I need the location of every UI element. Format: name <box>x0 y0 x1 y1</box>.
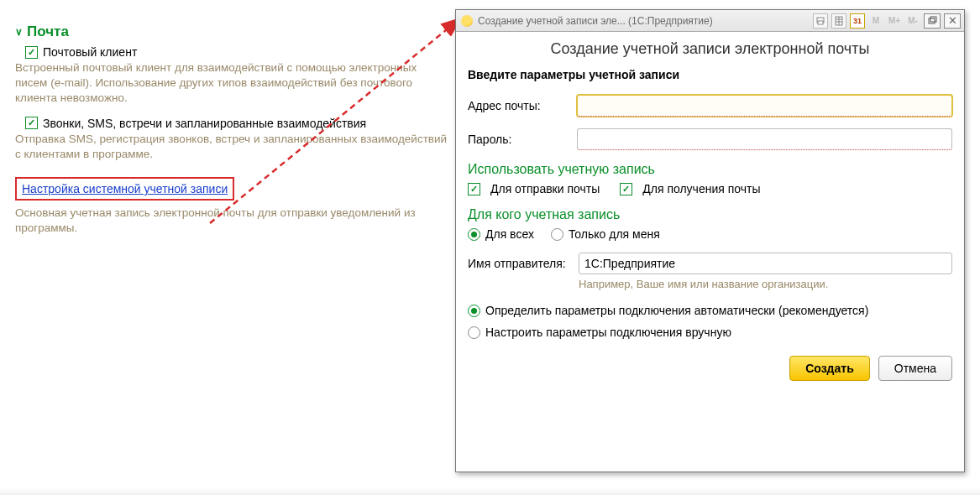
radio-label: Только для меня <box>569 227 660 241</box>
radio-icon <box>468 326 480 339</box>
calculator-icon[interactable] <box>831 13 846 29</box>
create-email-account-dialog: Создание учетной записи эле... (1С:Предп… <box>455 9 965 472</box>
checkbox-receive-mail[interactable]: ✓ Для получения почты <box>620 182 760 195</box>
checkbox-label: Для отправки почты <box>490 182 600 195</box>
radio-auto-params[interactable]: Определить параметры подключения автомат… <box>468 304 952 317</box>
password-input[interactable] <box>577 128 952 150</box>
svg-rect-9 <box>930 17 936 22</box>
m-icon[interactable]: M <box>868 13 883 29</box>
checkmark-icon: ✓ <box>25 117 38 129</box>
checkbox-label: Почтовый клиент <box>43 45 137 59</box>
calls-description: Отправка SMS, регистрация звонков, встре… <box>15 132 452 162</box>
m-minus-icon[interactable]: M- <box>905 13 920 29</box>
whom-header: Для кого учетная запись <box>468 207 952 222</box>
section-header-mail[interactable]: ∨ Почта <box>15 23 452 40</box>
cancel-button[interactable]: Отмена <box>878 356 952 381</box>
titlebar-text: Создание учетной записи эле... (1С:Предп… <box>478 15 808 27</box>
calendar-icon[interactable]: 31 <box>850 13 865 29</box>
dialog-subtitle: Введите параметры учетной записи <box>468 68 952 81</box>
email-label: Адрес почты: <box>468 99 577 112</box>
svg-rect-8 <box>929 18 935 23</box>
close-icon[interactable]: ✕ <box>944 13 961 29</box>
checkbox-label: Звонки, SMS, встречи и запланированные в… <box>43 117 366 130</box>
system-account-link-highlight: Настройка системной учетной записи <box>15 177 234 201</box>
checkmark-icon: ✓ <box>25 46 38 59</box>
password-label: Пароль: <box>468 133 577 146</box>
section-title: Почта <box>27 23 69 40</box>
dialog-titlebar: Создание учетной записи эле... (1С:Предп… <box>456 10 964 32</box>
sender-name-input[interactable] <box>579 253 952 274</box>
radio-label: Для всех <box>485 227 534 241</box>
mail-settings-panel: ∨ Почта ✓ Почтовый клиент Встроенный поч… <box>15 23 452 237</box>
print-icon[interactable] <box>813 13 828 29</box>
mail-client-description: Встроенный почтовый клиент для взаимодей… <box>15 60 452 107</box>
svg-rect-3 <box>818 21 823 24</box>
dialog-title: Создание учетной записи электронной почт… <box>468 40 952 58</box>
link-description: Основная учетная запись электронной почт… <box>15 206 452 236</box>
radio-icon <box>468 228 480 241</box>
checkbox-label: Для получения почты <box>642 182 760 195</box>
radio-label: Определить параметры подключения автомат… <box>485 304 868 317</box>
chevron-down-icon: ∨ <box>15 26 23 38</box>
checkbox-calls-sms[interactable]: ✓ Звонки, SMS, встречи и запланированные… <box>25 117 452 130</box>
sender-hint: Например, Ваше имя или название организа… <box>579 278 952 290</box>
restore-icon[interactable] <box>924 13 941 29</box>
radio-only-me[interactable]: Только для меня <box>551 227 660 241</box>
use-account-header: Использовать учетную запись <box>468 162 952 177</box>
checkmark-icon: ✓ <box>620 183 632 195</box>
checkbox-send-mail[interactable]: ✓ Для отправки почты <box>468 182 600 195</box>
app-icon <box>461 15 473 27</box>
m-plus-icon[interactable]: M+ <box>887 13 902 29</box>
radio-for-all[interactable]: Для всех <box>468 227 534 241</box>
sender-label: Имя отправителя: <box>468 257 579 270</box>
system-account-link[interactable]: Настройка системной учетной записи <box>22 182 228 195</box>
checkbox-mail-client[interactable]: ✓ Почтовый клиент <box>25 45 452 59</box>
create-button[interactable]: Создать <box>789 356 870 381</box>
radio-label: Настроить параметры подключения вручную <box>485 326 731 339</box>
radio-icon <box>551 228 563 241</box>
email-input[interactable] <box>577 95 952 117</box>
checkmark-icon: ✓ <box>468 183 480 195</box>
radio-manual-params[interactable]: Настроить параметры подключения вручную <box>468 326 952 339</box>
radio-icon <box>468 305 480 317</box>
